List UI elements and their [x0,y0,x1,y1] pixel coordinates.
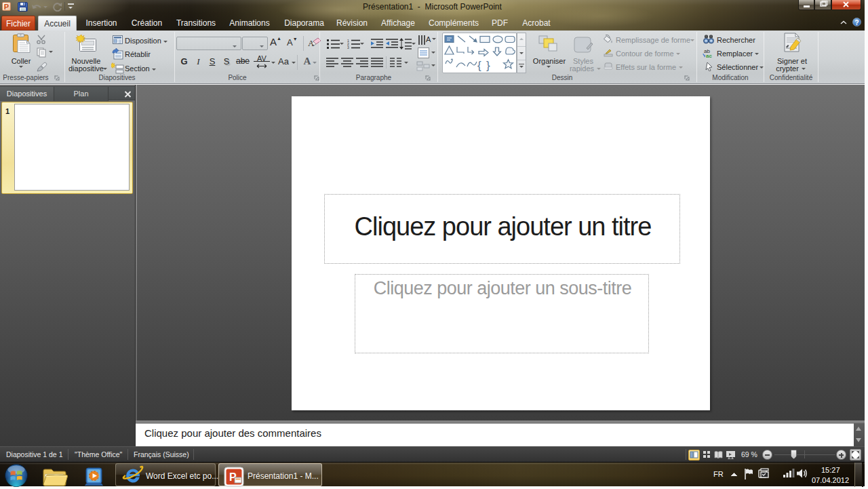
svg-text:A: A [426,35,431,43]
svg-text:3: 3 [347,45,349,49]
svg-text:}: } [486,59,490,72]
svg-text:ac: ac [706,53,712,58]
svg-text:{: { [477,59,481,72]
